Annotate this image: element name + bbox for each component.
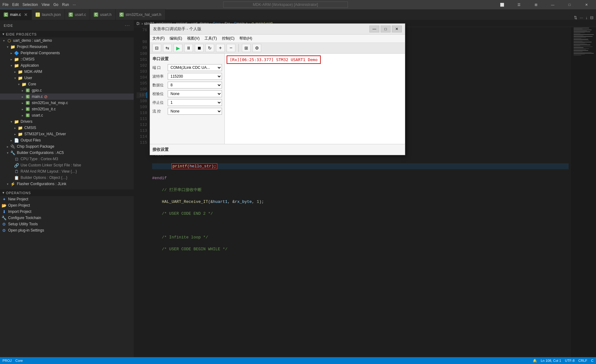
builder-config-icon: 🔧	[10, 150, 16, 155]
usart-c-item[interactable]: ▸ C usart.c	[0, 112, 134, 118]
baudrate-select[interactable]: 115200	[168, 73, 222, 80]
status-notifications[interactable]: 🔔	[533, 359, 537, 363]
cmsis-sub-item[interactable]: ▸ 📁 CMSIS	[0, 125, 134, 131]
status-encoding: UTF-8	[565, 359, 574, 362]
gpio-c-item[interactable]: ▸ C gpio.c	[0, 87, 134, 93]
line-num-109: 109	[137, 104, 147, 110]
operations-section[interactable]: ▾ OPERATIONS	[0, 189, 134, 196]
code-line-111: /* USER CODE END 2 */	[152, 211, 569, 217]
project-resources-item[interactable]: ▾ 📁 Project Resources	[0, 44, 134, 50]
port-select[interactable]: COM4(JLink CDC UA...	[168, 64, 222, 71]
ram-rom-item[interactable]: ▸ 🗒 RAM And ROM Layout : View {…}	[0, 168, 134, 175]
chip-support-item[interactable]: ▸ 🔌 Chip Support Package	[0, 143, 134, 150]
sidebar-more-button[interactable]: ···	[125, 23, 130, 28]
tab-usart-c[interactable]: C usart.c	[65, 9, 90, 20]
user-item[interactable]: ▾ 📁 User	[0, 75, 134, 81]
window-minimize-button[interactable]: ⬜	[495, 0, 509, 9]
tab-stm32f1xx-hal-uart-h[interactable]: C stm32f1xx_hal_uart.h	[116, 9, 166, 20]
toolbar-play-btn[interactable]: ▶	[174, 44, 182, 52]
window-maximize-button[interactable]: □	[562, 0, 577, 9]
open-project-item[interactable]: 📂 Open Project	[0, 202, 134, 208]
split-editor-icon[interactable]: ⇅	[574, 15, 577, 20]
project-item[interactable]: ▾ ⬡ uart_demo : uart_demo	[0, 37, 134, 44]
tab-label-stm32-h: stm32f1xx_hal_uart.h	[126, 12, 161, 17]
flowctrl-select[interactable]: None	[168, 108, 222, 115]
menu-file[interactable]: File	[2, 2, 8, 7]
toolbar-pause-btn[interactable]: ⏸	[184, 44, 193, 52]
parity-select[interactable]: None	[168, 90, 222, 97]
window-close-button[interactable]: ✕	[579, 0, 594, 9]
menu-view[interactable]: View	[41, 2, 50, 7]
eide-projects-section[interactable]: ▾ EIDE PROJECTS	[0, 31, 134, 37]
line-num-103: 103	[137, 69, 147, 74]
import-project-item[interactable]: ⬇ Import Project	[0, 208, 134, 215]
open-plugin-label: Open plug-in Settings	[8, 228, 44, 232]
dialog-menu-control[interactable]: 控制(C)	[222, 35, 235, 42]
builder-config-item[interactable]: ▾ 🔧 Builder Configurations : AC5	[0, 150, 134, 156]
core-item[interactable]: ▾ 📁 Core	[0, 81, 134, 87]
window-collapse-button[interactable]: —	[546, 0, 560, 9]
code-line-109: // 打开串口接收中断	[152, 187, 569, 193]
setup-utility-tools-item[interactable]: ⚙ Setup Utility Tools	[0, 221, 134, 227]
drivers-item[interactable]: ▾ 📁 Drivers	[0, 118, 134, 125]
output-files-item[interactable]: ▸ 📄 Output Files	[0, 137, 134, 143]
tab-label-usart-c: usart.c	[75, 12, 86, 17]
dialog-menu-file[interactable]: 文件(F)	[152, 35, 165, 42]
layout-icon[interactable]: ⊟	[590, 15, 594, 20]
dialog-menu-edit[interactable]: 编辑(E)	[170, 35, 182, 42]
cpu-type-item[interactable]: ▸ ⊡ CPU Type : Cortex-M3	[0, 156, 134, 162]
toolbar-add-btn[interactable]: +	[216, 44, 225, 52]
hal-driver-item[interactable]: ▸ 📁 STM32F1xx_HAL_Driver	[0, 131, 134, 137]
dialog-menu-tools[interactable]: 工具(T)	[204, 35, 217, 42]
cmsis-sub-label: CMSIS	[24, 126, 36, 130]
title-bar-center	[76, 2, 495, 8]
new-project-item[interactable]: ✦ New Project	[0, 196, 134, 202]
flasher-config-item[interactable]: ▾ ⚡ Flasher Configurations : JLink	[0, 181, 134, 187]
cmsis-sub-chevron: ▸	[12, 126, 17, 130]
application-item[interactable]: ▾ 📁 Application	[0, 62, 134, 69]
open-changes-icon[interactable]: ↓	[586, 15, 588, 20]
more-tabs-icon[interactable]: ···	[580, 15, 583, 20]
window-split-button[interactable]: ⊞	[529, 0, 543, 9]
status-ln-col: Ln 108, Col 1	[541, 359, 561, 362]
toolbar-layout-btn[interactable]: ⊞	[242, 44, 251, 52]
tab-launch-json[interactable]: { } launch.json	[32, 9, 65, 20]
toolbar-refresh-btn[interactable]: ↻	[205, 44, 214, 52]
configure-toolchain-item[interactable]: 🔧 Configure Toolchain	[0, 215, 134, 221]
toolbar-sub-btn[interactable]: −	[227, 44, 235, 52]
window-tile-button[interactable]: ☰	[512, 0, 526, 9]
menu-run[interactable]: Run	[62, 2, 69, 7]
tab-close-main-c[interactable]: ✕	[24, 12, 28, 17]
menu-more[interactable]: ···	[73, 2, 76, 7]
open-plugin-settings-item[interactable]: ⚙ Open plug-in Settings	[0, 227, 134, 233]
it-c-item[interactable]: ▸ C stm32f1xx_it.c	[0, 106, 134, 112]
toolbar-settings-btn[interactable]: ⚙	[252, 44, 261, 52]
dialog-minimize-button[interactable]: —	[369, 26, 379, 32]
menu-go[interactable]: Go	[53, 2, 58, 7]
dialog-menu-view[interactable]: 视图(V)	[187, 35, 199, 42]
dialog-maximize-button[interactable]: □	[381, 26, 391, 32]
dialog-close-button[interactable]: ✕	[392, 26, 402, 32]
tab-usart-h[interactable]: C usart.h	[90, 9, 116, 20]
peripheral-components-item[interactable]: ▸ 🔷 Peripheral Components	[0, 50, 134, 56]
main-c-item[interactable]: ▸ C main.c ⊘	[0, 93, 134, 100]
databits-select[interactable]: 8	[168, 82, 222, 89]
eide-projects-chevron: ▾	[2, 32, 5, 36]
toolbar-stop-btn[interactable]: ⏹	[195, 44, 204, 52]
toolbar-loop-btn[interactable]: ⇆	[163, 44, 172, 52]
new-project-label: New Project	[8, 197, 28, 201]
toolbar-connect-btn[interactable]: ⊟	[152, 44, 161, 52]
menu-edit[interactable]: Edit	[12, 2, 19, 7]
usart-c-file-icon: C	[25, 113, 31, 118]
stopbits-select[interactable]: 1	[168, 99, 222, 106]
databits-label: 数据位	[152, 83, 166, 88]
mdk-arm-item[interactable]: ▸ 📁 MDK-ARM	[0, 69, 134, 75]
hal-msp-c-item[interactable]: ▸ C stm32f1xx_hal_msp.c	[0, 100, 134, 106]
linker-script-item[interactable]: ▸ 🔗 Use Custom Linker Script File : fals…	[0, 162, 134, 168]
title-bar-search[interactable]	[223, 2, 348, 8]
menu-selection[interactable]: Selection	[22, 2, 38, 7]
tab-main-c[interactable]: C main.c ✕	[0, 9, 32, 20]
dialog-menu-help[interactable]: 帮助(H)	[239, 35, 252, 42]
builder-options-item[interactable]: ▸ 📋 Builder Options : Object {…}	[0, 175, 134, 181]
cmsis-item[interactable]: ▸ 📁 ::CMSIS	[0, 56, 134, 62]
